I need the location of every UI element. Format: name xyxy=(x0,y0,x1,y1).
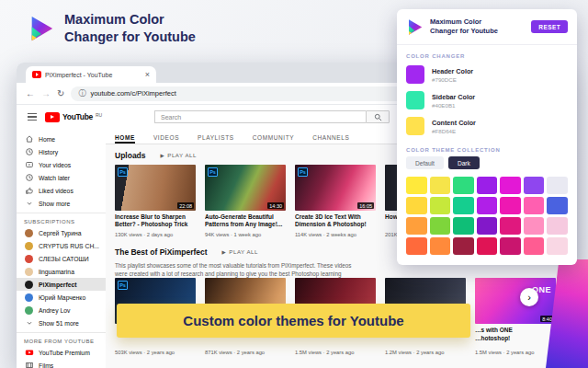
theme-color-swatch[interactable] xyxy=(453,217,474,235)
theme-color-swatch[interactable] xyxy=(500,177,521,194)
duration-badge: 14:30 xyxy=(267,202,284,209)
channel-avatar xyxy=(25,229,33,237)
video-thumbnail: Ps14:30 xyxy=(205,165,286,211)
subscription-item-1[interactable]: CRYPTUS RUS CH... xyxy=(17,239,106,252)
chevron-down-icon xyxy=(24,318,34,328)
refresh-icon[interactable]: ↻ xyxy=(57,89,64,98)
tab-close-icon[interactable]: × xyxy=(145,70,150,79)
color-swatch[interactable] xyxy=(406,91,424,109)
channel-tab-home[interactable]: HOME xyxy=(115,134,135,144)
theme-dark-button[interactable]: Dark xyxy=(448,156,480,169)
color-hex: #F8D64E xyxy=(432,128,476,134)
uploads-title: Uploads xyxy=(115,151,146,160)
youtube-logo[interactable]: YouTube RU xyxy=(45,112,102,122)
sidebar-item-youtube-premium[interactable]: YouTube Premium xyxy=(17,346,106,359)
subscription-item-4[interactable]: PiXimperfect xyxy=(17,278,106,291)
sidebar-item-films[interactable]: Films xyxy=(17,359,106,368)
theme-color-swatch[interactable] xyxy=(477,197,498,214)
sidebar-item-your-videos[interactable]: Your videos xyxy=(17,158,106,171)
video-card[interactable]: Ps16:05 Create 3D Ice Text With Dimensio… xyxy=(295,165,376,237)
theme-color-swatch[interactable] xyxy=(500,197,521,214)
forward-icon[interactable]: → xyxy=(41,89,51,98)
play-all-button[interactable]: ▶ PLAY ALL xyxy=(222,248,258,255)
channel-name: linguamarina xyxy=(39,269,74,275)
channel-tab-community[interactable]: COMMUNITY xyxy=(253,134,294,144)
photoshop-badge-icon: Ps xyxy=(208,167,218,177)
subscription-item-3[interactable]: linguamarina xyxy=(17,265,106,278)
theme-toggle: DefaultDark xyxy=(406,156,568,169)
theme-color-swatch[interactable] xyxy=(524,237,545,255)
theme-color-swatch[interactable] xyxy=(524,217,545,235)
theme-color-swatch[interactable] xyxy=(547,197,568,214)
browser-tab[interactable]: PiXimperfect - YouTube × xyxy=(26,66,156,83)
theme-color-swatch[interactable] xyxy=(477,217,498,235)
subscription-item-2[interactable]: СЛЕЗЫ САТОШИ xyxy=(17,252,106,265)
sidebar-item-watch-later[interactable]: Watch later xyxy=(17,171,106,184)
theme-color-swatch[interactable] xyxy=(406,197,427,214)
channel-name: PiXimperfect xyxy=(39,282,77,288)
reset-button[interactable]: RESET xyxy=(531,20,568,33)
theme-color-swatch[interactable] xyxy=(430,237,451,255)
home-icon xyxy=(24,134,34,144)
theme-color-swatch[interactable] xyxy=(406,237,427,255)
menu-icon[interactable] xyxy=(28,113,37,121)
sidebar-item-history[interactable]: History xyxy=(17,145,106,158)
show-more-subscriptions[interactable]: Show 51 more xyxy=(17,316,106,329)
theme-default-button[interactable]: Default xyxy=(406,156,444,169)
channel-name: СЛЕЗЫ САТОШИ xyxy=(39,256,89,262)
search-button[interactable] xyxy=(366,110,390,123)
sidebar-item-label: History xyxy=(39,149,58,155)
video-card[interactable]: Ps14:30 Auto-Generate Beautiful Patterns… xyxy=(205,165,286,237)
subscription-item-0[interactable]: Сергей Турина xyxy=(17,226,106,239)
theme-color-swatch[interactable] xyxy=(477,237,498,255)
theme-color-swatch[interactable] xyxy=(500,217,521,235)
theme-color-swatch[interactable] xyxy=(477,177,498,194)
color-swatch[interactable] xyxy=(406,117,424,135)
theme-color-swatch[interactable] xyxy=(453,177,474,194)
color-hex: #790DCE xyxy=(432,76,473,83)
back-icon[interactable]: ← xyxy=(26,89,35,98)
theme-color-swatch[interactable] xyxy=(430,197,451,214)
theme-color-swatch[interactable] xyxy=(547,237,568,255)
channel-name: Сергей Турина xyxy=(39,230,81,236)
photoshop-badge-icon: Ps xyxy=(298,167,308,177)
play-all-button[interactable]: ▶ PLAY ALL xyxy=(161,152,197,158)
color-name: Header Color xyxy=(432,67,473,75)
search-placeholder: Search xyxy=(161,114,181,121)
video-card[interactable]: Ps22:08 Increase Blur to Sharpen Better?… xyxy=(115,165,196,237)
channel-name: CRYPTUS RUS CH... xyxy=(39,243,99,249)
video-card[interactable]: ONE8:40 …s with ONE…hotoshop! 1.5M views… xyxy=(475,278,556,355)
color-setting-row: Sidebar Color #40E0B1 xyxy=(406,87,568,113)
theme-color-swatch[interactable] xyxy=(406,217,427,235)
theme-color-swatch[interactable] xyxy=(406,177,427,194)
theme-color-swatch[interactable] xyxy=(524,177,545,194)
promo-title-line2: Changer for Youtube xyxy=(64,29,196,46)
play-icon: ▶ xyxy=(222,249,227,255)
channel-tab-videos[interactable]: VIDEOS xyxy=(153,134,179,144)
sidebar-item-label: Films xyxy=(39,362,53,368)
extension-title-line2: Changer for Youtube xyxy=(430,27,525,36)
site-info-icon[interactable]: ⓘ xyxy=(78,88,85,98)
color-swatch[interactable] xyxy=(406,65,424,84)
theme-color-swatch[interactable] xyxy=(547,217,568,235)
theme-color-swatch[interactable] xyxy=(524,197,545,214)
theme-color-swatch[interactable] xyxy=(547,177,568,194)
search-input[interactable]: Search xyxy=(154,110,366,123)
sidebar-item-home[interactable]: Home xyxy=(17,132,106,145)
theme-color-swatch[interactable] xyxy=(430,217,451,235)
subscription-item-5[interactable]: Юрий Марченко xyxy=(17,291,106,304)
carousel-next-button[interactable]: › xyxy=(520,288,538,306)
theme-color-swatch[interactable] xyxy=(453,197,474,214)
sidebar-item-label: Liked videos xyxy=(39,188,74,194)
channel-tab-channels[interactable]: CHANNELS xyxy=(312,134,349,144)
duration-badge: 16:05 xyxy=(357,202,374,209)
sidebar-item-liked-videos[interactable]: Liked videos xyxy=(17,184,106,197)
video-meta: 871K views · 2 years ago xyxy=(205,350,286,355)
video-title: Auto-Generate Beautiful Patterns from An… xyxy=(205,213,286,229)
theme-color-swatch[interactable] xyxy=(430,177,451,194)
theme-color-swatch[interactable] xyxy=(500,237,521,255)
sidebar-item-show-more[interactable]: Show more xyxy=(17,197,106,210)
subscription-item-6[interactable]: Andrey Lov xyxy=(17,304,106,316)
theme-color-swatch[interactable] xyxy=(453,237,474,255)
channel-tab-playlists[interactable]: PLAYLISTS xyxy=(198,134,234,144)
